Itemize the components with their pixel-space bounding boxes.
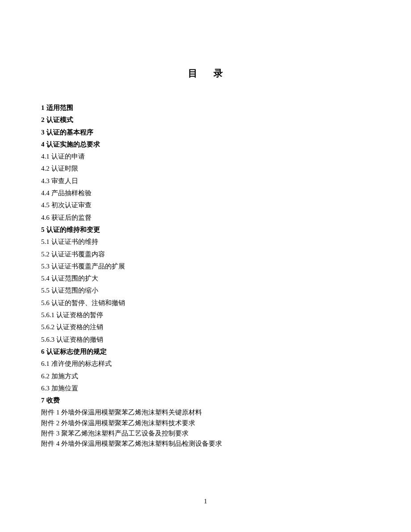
toc-text: 认证的维持和变更 [46, 226, 100, 233]
toc-number: 4.1 [41, 153, 50, 160]
appendix-entry: 附件 1外墙外保温用模塑聚苯乙烯泡沫塑料关键原材料 [41, 407, 370, 418]
toc-entry: 5.6.3认证资格的撤销 [41, 334, 370, 346]
page-title: 目录 [41, 67, 370, 80]
toc-text: 审查人日 [51, 177, 78, 184]
document-page: 目录 1适用范围2认证模式3认证的基本程序4认证实施的总要求4.1认证的申请4.… [0, 0, 411, 449]
toc-entry: 5.4认证范围的扩大 [41, 272, 370, 285]
appendix-text: 外墙外保温用模塑聚苯乙烯泡沫塑料技术要求 [61, 419, 195, 427]
toc-entry: 4.6获证后的监督 [41, 212, 370, 224]
toc-entry: 4.3审查人日 [41, 175, 370, 187]
toc-entry: 3认证的基本程序 [41, 126, 370, 138]
toc-entry: 5认证的维持和变更 [41, 224, 370, 236]
toc-entry: 5.2认证证书覆盖内容 [41, 248, 370, 260]
toc-entry: 4认证实施的总要求 [41, 138, 370, 151]
toc-entry: 4.2认证时限 [41, 163, 370, 175]
toc-number: 7 [41, 397, 45, 404]
toc-number: 5.6.1 [41, 311, 55, 318]
toc-entry: 5.6.2认证资格的注销 [41, 321, 370, 333]
toc-text: 认证资格的暂停 [56, 311, 103, 318]
toc-text: 适用范围 [46, 104, 73, 111]
toc-text: 认证资格的撤销 [56, 336, 103, 343]
toc-text: 认证证书覆盖产品的扩展 [51, 263, 125, 270]
toc-number: 5.6.3 [41, 336, 55, 343]
toc-text: 认证证书覆盖内容 [51, 251, 105, 258]
toc-number: 5.3 [41, 263, 50, 270]
toc-number: 4.4 [41, 189, 50, 197]
toc-entry: 6认证标志使用的规定 [41, 346, 370, 358]
table-of-contents: 1适用范围2认证模式3认证的基本程序4认证实施的总要求4.1认证的申请4.2认证… [41, 102, 370, 406]
toc-text: 认证范围的缩小 [51, 287, 98, 294]
toc-number: 4.3 [41, 177, 50, 184]
toc-entry: 6.2加施方式 [41, 370, 370, 382]
toc-number: 6.1 [41, 360, 50, 367]
toc-text: 认证范围的扩大 [51, 275, 98, 282]
appendix-text: 外墙外保温用模塑聚苯乙烯泡沫塑料制品检测设备要求 [61, 440, 222, 447]
toc-number: 5.1 [41, 238, 50, 245]
toc-number: 4.6 [41, 214, 50, 221]
toc-entry: 6.3加施位置 [41, 382, 370, 394]
toc-text: 获证后的监督 [51, 214, 92, 221]
toc-entry: 5.6.1认证资格的暂停 [41, 309, 370, 321]
toc-text: 认证的申请 [51, 153, 85, 160]
appendix-number: 附件 3 [41, 430, 59, 437]
appendix-number: 附件 2 [41, 419, 59, 427]
toc-text: 认证模式 [46, 116, 73, 123]
toc-number: 6.2 [41, 373, 50, 380]
toc-number: 5 [41, 226, 45, 233]
toc-text: 认证实施的总要求 [46, 141, 100, 148]
appendix-entry: 附件 4外墙外保温用模塑聚苯乙烯泡沫塑料制品检测设备要求 [41, 439, 370, 449]
toc-number: 4.5 [41, 201, 50, 209]
toc-text: 加施位置 [51, 385, 78, 392]
toc-entry: 5.5认证范围的缩小 [41, 285, 370, 297]
toc-entry: 5.3认证证书覆盖产品的扩展 [41, 260, 370, 272]
toc-number: 1 [41, 104, 45, 111]
toc-number: 5.2 [41, 251, 50, 258]
toc-number: 5.6.2 [41, 323, 55, 331]
toc-number: 3 [41, 129, 45, 136]
toc-entry: 5.6认证的暂停、注销和撤销 [41, 297, 370, 309]
appendix-number: 附件 1 [41, 409, 59, 416]
toc-text: 产品抽样检验 [51, 189, 92, 197]
toc-entry: 4.4产品抽样检验 [41, 187, 370, 199]
toc-entry: 2认证模式 [41, 114, 370, 126]
toc-text: 加施方式 [51, 373, 78, 380]
appendix-text: 外墙外保温用模塑聚苯乙烯泡沫塑料关键原材料 [61, 409, 202, 416]
appendix-text: 聚苯乙烯泡沫塑料产品工艺设备及控制要求 [61, 430, 189, 437]
toc-entry: 5.1认证证书的维持 [41, 236, 370, 248]
toc-number: 6 [41, 348, 45, 355]
toc-entry: 1适用范围 [41, 102, 370, 114]
toc-text: 初次认证审查 [51, 201, 92, 209]
toc-entry: 4.1认证的申请 [41, 151, 370, 163]
toc-text: 认证标志使用的规定 [46, 348, 107, 355]
toc-text: 收费 [46, 397, 60, 404]
toc-text: 认证资格的注销 [56, 323, 103, 331]
toc-number: 4 [41, 141, 45, 148]
toc-number: 5.6 [41, 299, 50, 306]
toc-entry: 7收费 [41, 394, 370, 406]
toc-number: 2 [41, 116, 45, 123]
toc-entry: 4.5初次认证审查 [41, 199, 370, 211]
toc-number: 5.4 [41, 275, 50, 282]
toc-text: 认证证书的维持 [51, 238, 98, 245]
toc-entry: 6.1准许使用的标志样式 [41, 358, 370, 370]
appendix-list: 附件 1外墙外保温用模塑聚苯乙烯泡沫塑料关键原材料附件 2外墙外保温用模塑聚苯乙… [41, 407, 370, 449]
toc-number: 5.5 [41, 287, 50, 294]
appendix-entry: 附件 3聚苯乙烯泡沫塑料产品工艺设备及控制要求 [41, 428, 370, 439]
toc-number: 4.2 [41, 165, 50, 172]
appendix-number: 附件 4 [41, 440, 59, 447]
appendix-entry: 附件 2外墙外保温用模塑聚苯乙烯泡沫塑料技术要求 [41, 418, 370, 428]
toc-text: 准许使用的标志样式 [51, 360, 112, 367]
toc-text: 认证时限 [51, 165, 78, 172]
toc-number: 6.3 [41, 385, 50, 392]
page-number: 1 [0, 498, 411, 505]
toc-text: 认证的基本程序 [46, 129, 93, 136]
toc-text: 认证的暂停、注销和撤销 [51, 299, 125, 306]
